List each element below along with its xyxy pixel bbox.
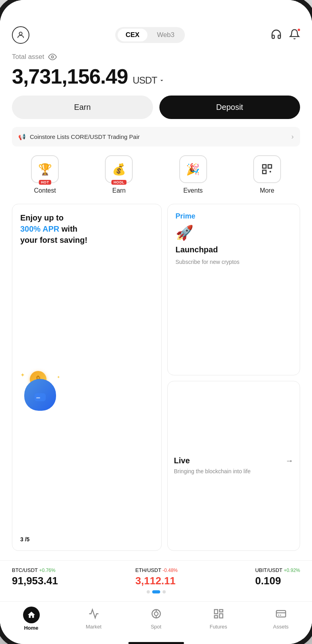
- launchpad-title: Launchpad: [176, 245, 292, 254]
- svg-point-1: [52, 56, 54, 58]
- header-icons: [271, 29, 300, 41]
- btc-change: +0.76%: [39, 568, 55, 573]
- svg-rect-6: [36, 397, 40, 398]
- eth-change: -0.48%: [163, 568, 178, 573]
- notification-badge: [297, 28, 301, 32]
- more-grid-icon: [261, 163, 273, 175]
- announcement-banner[interactable]: 📢 Coinstore Lists CORE/USDT Trading Pair…: [12, 127, 300, 146]
- btc-pair: BTC/USDT: [12, 567, 39, 573]
- ticker-eth[interactable]: ETH/USDT -0.48% 3,112.11: [136, 567, 178, 587]
- deposit-button[interactable]: Deposit: [159, 96, 300, 119]
- savings-card-text: Enjoy up to 300% APR with your forst sav…: [20, 212, 153, 246]
- cex-tab[interactable]: CEX: [118, 29, 147, 41]
- ticker-row: BTC/USDT +0.76% 91,953.41 ETH/USDT -0.48…: [12, 567, 300, 587]
- assets-label: Assets: [273, 624, 289, 630]
- launchpad-subtitle: Subscribe for new cryptos: [176, 258, 292, 266]
- svg-point-0: [19, 32, 22, 35]
- ubit-pair: UBIT/USDT: [255, 567, 284, 573]
- cards-section: Enjoy up to 300% APR with your forst sav…: [0, 204, 312, 560]
- coin-bag: [24, 379, 56, 411]
- events-label: Events: [183, 187, 203, 194]
- events-icon-box: 🎉: [179, 155, 207, 183]
- quick-action-events[interactable]: 🎉 Events: [179, 155, 207, 194]
- btc-price: 91,953.41: [12, 575, 58, 587]
- nav-home[interactable]: Home: [16, 607, 47, 631]
- eye-icon[interactable]: [48, 53, 57, 61]
- svg-rect-15: [276, 610, 285, 617]
- svg-point-8: [154, 612, 158, 615]
- web3-tab[interactable]: Web3: [149, 29, 182, 41]
- announcement-text: Coinstore Lists CORE/USDT Trading Pair: [30, 133, 140, 140]
- sparkle-icon-2: ✦: [57, 375, 60, 379]
- events-icon: 🎉: [186, 163, 200, 176]
- contest-icon-box: 🏆 HOT: [31, 155, 59, 183]
- live-title: Live: [174, 456, 190, 465]
- ticker-btc[interactable]: BTC/USDT +0.76% 91,953.41: [12, 567, 58, 587]
- asset-amount-value: 3,731,156.49: [12, 64, 128, 88]
- quick-action-contest[interactable]: 🏆 HOT Contest: [31, 155, 59, 194]
- contest-icon: 🏆: [38, 163, 52, 176]
- coin-visual: ✦ ✦ ₿: [20, 371, 60, 411]
- support-icon[interactable]: [271, 29, 282, 41]
- earn-button[interactable]: Earn: [12, 96, 153, 119]
- action-buttons: Earn Deposit: [0, 96, 312, 127]
- announcement-chevron-icon: ›: [291, 133, 294, 141]
- earn-label: Earn: [112, 187, 126, 194]
- cards-right: Prime 🚀 Launchpad Subscribe for new cryp…: [167, 204, 300, 551]
- apr-highlight: 300% APR: [20, 224, 59, 233]
- spot-label: Spot: [151, 624, 161, 630]
- spot-icon: [151, 608, 162, 622]
- nav-futures[interactable]: Futures: [203, 608, 234, 630]
- nav-market[interactable]: Market: [78, 608, 110, 630]
- home-icon: [23, 607, 40, 623]
- dot-1: [147, 590, 150, 593]
- live-subtitle: Bringing the blockchain into life: [174, 468, 294, 476]
- asset-currency[interactable]: USDT: [133, 75, 165, 86]
- announcement-icon: 📢: [18, 133, 26, 141]
- nav-assets[interactable]: Assets: [265, 608, 297, 630]
- contest-label: Contest: [34, 187, 56, 194]
- asset-section: Total asset 3,731,156.49 USDT: [0, 49, 312, 96]
- mode-toggle[interactable]: CEX Web3: [115, 27, 185, 43]
- futures-label: Futures: [209, 624, 227, 630]
- app-header: CEX Web3: [0, 20, 312, 49]
- live-arrow-icon: →: [285, 456, 293, 465]
- bottom-nav: Home Market Spot: [0, 601, 312, 639]
- eth-price: 3,112.11: [136, 575, 178, 587]
- svg-rect-11: [214, 609, 217, 614]
- svg-rect-13: [219, 614, 223, 618]
- svg-rect-3: [268, 165, 271, 168]
- notification-bell[interactable]: [289, 29, 300, 41]
- svg-rect-14: [214, 615, 217, 618]
- ticker-indicator: [12, 587, 300, 597]
- earn-icon: 💰: [112, 163, 126, 176]
- sparkle-icon: ✦: [20, 372, 25, 378]
- rocket-icon: 🚀: [176, 224, 292, 241]
- svg-rect-12: [219, 609, 223, 612]
- quick-action-earn[interactable]: 💰 HODL Earn: [105, 155, 133, 194]
- ubit-change: +0.92%: [284, 568, 300, 573]
- savings-card[interactable]: Enjoy up to 300% APR with your forst sav…: [12, 204, 162, 551]
- quick-action-more[interactable]: More: [253, 155, 281, 194]
- nav-spot[interactable]: Spot: [140, 608, 172, 630]
- asset-label-text: Total asset: [12, 53, 44, 61]
- launchpad-card[interactable]: Prime 🚀 Launchpad Subscribe for new cryp…: [167, 204, 300, 375]
- ubit-price: 0.109: [255, 575, 300, 587]
- assets-icon: [275, 608, 287, 622]
- svg-rect-2: [263, 165, 266, 168]
- quick-actions: 🏆 HOT Contest 💰 HODL Earn 🎉 Events: [0, 155, 312, 204]
- svg-rect-4: [263, 170, 266, 174]
- more-icon-box: [253, 155, 281, 183]
- card-pagination: 3 /5: [20, 536, 153, 543]
- ticker-ubit[interactable]: UBIT/USDT +0.92% 0.109: [255, 567, 300, 587]
- eth-pair: ETH/USDT: [136, 567, 163, 573]
- svg-rect-5: [35, 393, 46, 401]
- dot-2: [152, 590, 160, 593]
- ticker-section: BTC/USDT +0.76% 91,953.41 ETH/USDT -0.48…: [0, 560, 312, 601]
- home-indicator-bar: [128, 642, 184, 644]
- profile-icon[interactable]: [12, 26, 29, 44]
- dot-3: [163, 590, 166, 593]
- market-label: Market: [86, 624, 102, 630]
- live-card[interactable]: Live → Bringing the blockchain into life: [167, 381, 300, 551]
- futures-icon: [213, 608, 224, 622]
